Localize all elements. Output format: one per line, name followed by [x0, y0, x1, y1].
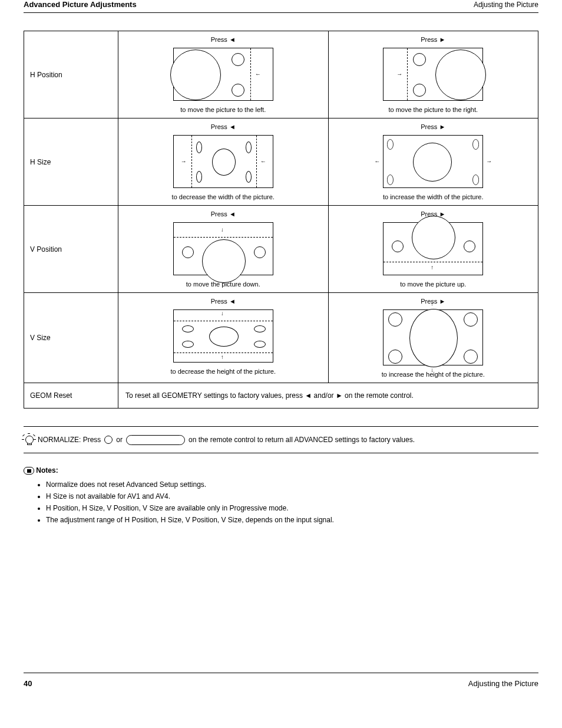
diagram-cell-right: Press ► ← → to increase the width of the… [328, 118, 538, 206]
reset-text: To reset all GEOMETRY settings to factor… [118, 383, 538, 409]
page-header: Advanced Picture Adjustments Adjusting t… [24, 0, 538, 13]
notes-block: Notes: Normalize does not reset Advanced… [24, 465, 538, 525]
arrow-down-icon: ↓ [221, 228, 224, 232]
diagram-caption: to move the picture up. [335, 281, 533, 288]
diagram-caption: to move the picture to the right. [335, 106, 533, 113]
diagram-cell-left: Press ◄ ← to move the picture to the lef… [118, 31, 329, 118]
row-label: GEOM Reset [24, 383, 118, 409]
row-label: V Position [24, 206, 118, 293]
button-pill-icon [126, 435, 185, 445]
press-text: Press ◄ [211, 210, 236, 218]
diagram-cell-left: Press ◄ ↓ ↑ to decrease the height of th… [118, 293, 329, 383]
diagram-caption: to increase the width of the picture. [335, 193, 533, 200]
press-text: Press ► [421, 36, 445, 43]
diagram-cell-left: Press ◄ ↓ to move the picture down. [118, 206, 329, 293]
arrow-up-icon: ↑ [431, 265, 434, 270]
page-number: 40 [24, 679, 32, 688]
press-text: Press ◄ [211, 298, 236, 305]
tip-or: or [116, 434, 123, 445]
table-row: V Size Press ◄ ↓ ↑ to decrease the heigh… [24, 293, 538, 383]
table-row: H Size Press ◄ → ← to decrease the width… [24, 118, 538, 206]
arrow-left-icon: ← [374, 159, 380, 164]
notes-title: Notes: [36, 466, 58, 475]
tip-tail: on the remote control to return all ADVA… [189, 434, 415, 445]
row-label: H Size [24, 118, 118, 206]
arrow-down-icon: ↓ [221, 311, 224, 316]
table-row: V Position Press ◄ ↓ to move the picture… [24, 206, 538, 293]
header-left: Advanced Picture Adjustments [24, 0, 137, 9]
list-item: H Size is not available for AV1 and AV4. [46, 491, 538, 502]
diagram-caption: to move the picture to the left. [124, 106, 322, 113]
arrow-left-icon: ← [260, 159, 266, 164]
list-item: H Position, H Size, V Position, V Size a… [46, 503, 538, 513]
diagram-caption: to decrease the height of the picture. [124, 368, 322, 375]
lightbulb-icon [24, 434, 34, 446]
table-row: H Position Press ◄ ← to move the picture… [24, 31, 538, 118]
press-text: Press ◄ [211, 36, 236, 43]
arrow-right-icon: → [486, 159, 492, 164]
arrow-right-icon: → [181, 159, 187, 164]
footer-title: Adjusting the Picture [468, 679, 538, 688]
normalize-tip: NORMALIZE: Press or on the remote contro… [24, 426, 538, 453]
press-text: Press ◄ [211, 123, 236, 130]
tip-lead: NORMALIZE: Press [38, 434, 101, 445]
diagram-cell-left: Press ◄ → ← to decrease the width of the… [118, 118, 329, 206]
list-item: The adjustment range of H Position, H Si… [46, 515, 538, 525]
arrow-down-icon: ↓ [431, 368, 434, 373]
list-item: Normalize does not reset Advanced Setup … [46, 479, 538, 490]
arrow-up-icon: ↑ [431, 302, 434, 307]
press-text: Press ► [421, 123, 445, 130]
arrow-left-icon: ← [255, 72, 261, 77]
page-footer: 40 Adjusting the Picture [24, 673, 538, 688]
note-icon [24, 467, 34, 475]
notes-list: Normalize does not reset Advanced Setup … [46, 479, 538, 525]
diagram-caption: to decrease the width of the picture. [124, 193, 322, 200]
arrow-up-icon: ↑ [221, 355, 224, 360]
diagram-cell-right: Press ► → to move the picture to the rig… [328, 31, 538, 118]
table-row-reset: GEOM Reset To reset all GEOMETRY setting… [24, 383, 538, 409]
geometry-table: H Position Press ◄ ← to move the picture… [24, 31, 538, 409]
row-label: H Position [24, 31, 118, 118]
row-label: V Size [24, 293, 118, 383]
diagram-cell-right: Press ► ↑ to move the picture up. [328, 206, 538, 293]
button-round-icon [104, 436, 113, 444]
header-right: Adjusting the Picture [474, 1, 538, 9]
diagram-cell-right: Press ► ↑ ↓ to increase the height of th… [328, 293, 538, 383]
arrow-right-icon: → [396, 72, 402, 77]
